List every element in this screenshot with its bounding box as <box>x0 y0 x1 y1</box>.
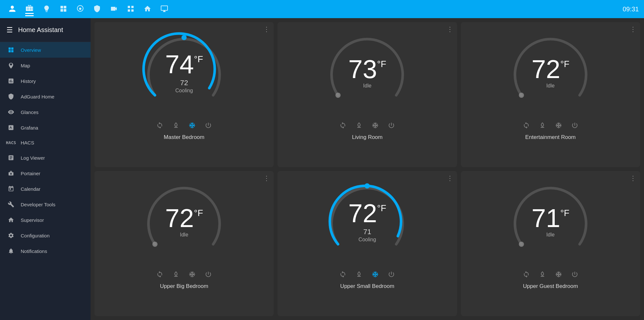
thermostat-dial[interactable]: 73 °F Idle <box>325 30 409 115</box>
video-icon[interactable] <box>110 5 118 13</box>
cool-icon[interactable] <box>189 122 196 131</box>
devtools-icon <box>6 201 16 208</box>
sidebar-item-map[interactable]: Map <box>0 58 91 73</box>
svg-point-13 <box>365 183 370 189</box>
sidebar-item-label: Developer Tools <box>21 202 55 207</box>
thermostat-dial[interactable]: 72 °F 71 Cooling <box>325 179 409 264</box>
sidebar-item-glances[interactable]: Glances <box>0 104 91 120</box>
heat-icon[interactable] <box>172 271 180 280</box>
sidebar-item-adguard[interactable]: AdGuard Home <box>0 89 91 104</box>
thermostat-dial[interactable]: 72 °F Idle <box>508 30 593 115</box>
cool-icon[interactable] <box>555 271 562 280</box>
clock: 09:31 <box>623 6 639 13</box>
card-name: Entertainment Room <box>525 134 576 141</box>
control-icons <box>339 122 395 131</box>
svg-rect-8 <box>9 125 14 130</box>
dial-text: 72 °F 71 Cooling <box>348 200 386 243</box>
sidebar-item-label: History <box>21 78 36 84</box>
adguard-icon <box>6 93 16 100</box>
thermostat-card-upper-guest-bedroom: ⋮ 71 °F Idle <box>461 171 640 316</box>
sidebar-item-overview[interactable]: Overview <box>0 42 91 58</box>
history-icon <box>6 78 16 84</box>
power-icon[interactable] <box>571 271 578 280</box>
heat-icon[interactable] <box>539 271 546 280</box>
control-icons <box>156 271 212 280</box>
power-icon[interactable] <box>205 271 212 280</box>
home-icon[interactable] <box>144 5 151 13</box>
heat-icon[interactable] <box>355 271 363 280</box>
sidebar-item-calendar[interactable]: Calendar <box>0 181 91 197</box>
power-icon[interactable] <box>571 122 578 131</box>
refresh-icon[interactable] <box>523 271 530 280</box>
card-menu-button[interactable]: ⋮ <box>630 175 636 181</box>
refresh-icon[interactable] <box>339 122 346 131</box>
thermostat-dial[interactable]: 71 °F Idle <box>508 179 593 264</box>
card-menu-button[interactable]: ⋮ <box>630 26 636 32</box>
card-name: Upper Big Bedroom <box>160 283 208 290</box>
sidebar-item-configuration[interactable]: Configuration <box>0 228 91 243</box>
sidebar-item-logviewer[interactable]: Log Viewer <box>0 150 91 166</box>
sidebar-item-label: Glances <box>21 109 38 115</box>
svg-rect-6 <box>26 10 33 11</box>
svg-point-10 <box>335 93 341 98</box>
logviewer-icon <box>6 154 16 161</box>
thermostat-dial[interactable]: 72 °F Idle <box>142 179 226 264</box>
power-icon[interactable] <box>388 271 395 280</box>
card-menu-button[interactable]: ⋮ <box>263 175 270 181</box>
refresh-icon[interactable] <box>156 122 163 131</box>
refresh-icon[interactable] <box>523 122 530 131</box>
thermostat-dial[interactable]: 74 °F 72 Cooling <box>142 30 226 115</box>
grid-view-icon[interactable] <box>127 5 135 13</box>
refresh-icon[interactable] <box>339 271 346 280</box>
heat-icon[interactable] <box>355 122 363 131</box>
sidebar-item-label: Supervisor <box>21 217 44 223</box>
supervisor-icon <box>6 217 16 223</box>
thermostat-card-upper-big-bedroom: ⋮ 72 °F Idle <box>94 171 274 316</box>
heat-icon[interactable] <box>172 122 180 131</box>
radiator-icon[interactable] <box>25 5 34 14</box>
card-name: Upper Small Bedroom <box>340 283 394 290</box>
overview-icon <box>6 47 16 53</box>
sidebar-item-grafana[interactable]: Grafana <box>0 120 91 135</box>
cool-icon[interactable] <box>372 122 379 131</box>
sidebar-item-supervisor[interactable]: Supervisor <box>0 212 91 228</box>
sidebar-item-notifications[interactable]: Notifications <box>0 243 91 259</box>
control-icons <box>523 122 578 131</box>
refresh-icon[interactable] <box>156 271 163 280</box>
map-icon <box>6 62 16 69</box>
svg-point-14 <box>519 242 524 247</box>
sidebar-item-label: Configuration <box>21 233 49 238</box>
thermostat-card-entertainment-room: ⋮ 72 °F Idle <box>461 22 640 167</box>
sidebar-item-label: Log Viewer <box>21 155 45 161</box>
top-bar: 09:31 <box>0 0 644 18</box>
glances-icon <box>6 109 16 115</box>
sidebar-item-devtools[interactable]: Developer Tools <box>0 197 91 212</box>
dial-text: 74 °F 72 Cooling <box>165 51 203 94</box>
power-icon[interactable] <box>388 122 395 131</box>
shield-icon[interactable] <box>93 5 101 13</box>
heat-icon[interactable] <box>539 122 546 131</box>
sidebar-item-label: Map <box>21 63 30 68</box>
top-bar-icons <box>5 5 623 14</box>
person-icon[interactable] <box>8 5 16 13</box>
cool-icon[interactable] <box>189 271 196 280</box>
svg-point-9 <box>181 35 187 40</box>
control-icons <box>523 271 578 280</box>
cool-icon[interactable] <box>372 271 379 280</box>
lightbulb-icon[interactable] <box>43 5 50 13</box>
camera-face-icon[interactable] <box>76 5 84 13</box>
cool-icon[interactable] <box>555 122 562 131</box>
power-icon[interactable] <box>205 122 212 131</box>
sidebar-item-hacs[interactable]: HACS HACS <box>0 135 91 150</box>
panel-icon[interactable] <box>60 5 67 13</box>
hacs-icon: HACS <box>6 140 16 145</box>
sidebar-item-history[interactable]: History <box>0 73 91 89</box>
sidebar-item-portainer[interactable]: Portainer <box>0 166 91 181</box>
card-menu-button[interactable]: ⋮ <box>447 26 453 32</box>
notifications-icon <box>6 248 16 254</box>
card-menu-button[interactable]: ⋮ <box>263 26 270 32</box>
menu-button[interactable]: ☰ <box>6 26 13 34</box>
configuration-icon <box>6 232 16 239</box>
monitor-icon[interactable] <box>160 5 168 13</box>
card-menu-button[interactable]: ⋮ <box>447 175 453 181</box>
